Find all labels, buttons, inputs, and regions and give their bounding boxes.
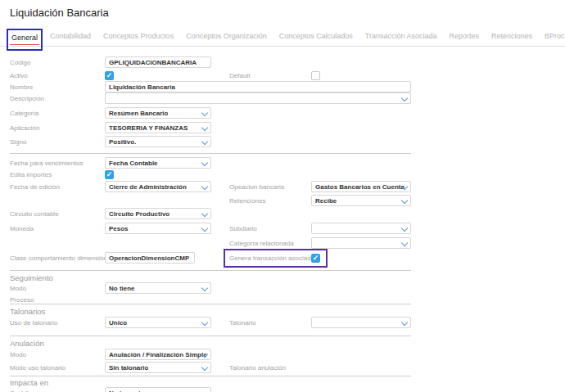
descripcion-label: Descripción xyxy=(10,95,105,102)
subdiario-select[interactable] xyxy=(311,223,411,234)
check-icon: ✓ xyxy=(106,171,113,178)
chevron-down-icon xyxy=(201,225,208,232)
circuito-contable-select[interactable]: Circuito Productivo xyxy=(105,208,211,219)
chevron-down-icon xyxy=(201,183,208,190)
seguimiento-modo-label: Modo xyxy=(10,285,105,292)
genera-transaccion-checkbox[interactable]: ✓ xyxy=(311,254,320,263)
talonario-select[interactable] xyxy=(311,317,411,328)
retenciones-label: Retenciones xyxy=(229,197,311,205)
cashflow-label: Cashflow xyxy=(10,390,105,392)
tab-reportes[interactable]: Reportes xyxy=(449,31,479,42)
chevron-down-icon xyxy=(401,95,408,101)
codigo-label: Código xyxy=(10,59,105,66)
tab-conceptos-organizacion[interactable]: Conceptos Organización xyxy=(186,31,267,42)
retenciones-select[interactable]: Recibe xyxy=(311,195,411,206)
chevron-down-icon xyxy=(401,319,408,326)
tab-transaccion-asociada[interactable]: Transacción Asociada xyxy=(365,31,437,42)
default-checkbox[interactable]: ✓ xyxy=(311,71,320,80)
cashflow-select[interactable]: No impacta xyxy=(105,387,211,392)
uso-talonario-label: Uso de talonario xyxy=(10,319,105,327)
descripcion-select[interactable] xyxy=(105,92,411,104)
talonario-anulacion-label: Talonario anulación xyxy=(229,364,311,372)
divider xyxy=(10,153,411,154)
edita-importes-label: Edita importes xyxy=(10,171,105,178)
chevron-down-icon xyxy=(401,240,408,246)
anulacion-modo-select[interactable]: Anulación / Finalización Simple xyxy=(105,349,211,360)
nombre-label: Nombre xyxy=(10,83,105,91)
signo-select[interactable]: Positivo. xyxy=(105,136,211,147)
chevron-down-icon xyxy=(401,197,408,204)
tab-retenciones[interactable]: Retenciones xyxy=(491,31,532,42)
tab-contabilidad[interactable]: Contabilidad xyxy=(50,31,91,42)
fecha-vencimientos-label: Fecha para vencimientos xyxy=(10,160,105,167)
edita-importes-checkbox[interactable]: ✓ xyxy=(105,170,114,179)
operacion-bancaria-label: Opeacion bancaria xyxy=(229,183,311,191)
section-title-talonarios: Talonarios xyxy=(10,307,565,316)
aplicacion-label: Aplicación xyxy=(10,124,105,132)
uso-talonario-select[interactable]: Unico xyxy=(105,317,211,328)
divider xyxy=(10,270,411,271)
tab-general[interactable]: General xyxy=(11,34,38,42)
modo-uso-talonario-select[interactable]: Sin talonario xyxy=(105,362,211,373)
proceso-label: Proceso xyxy=(10,296,105,304)
subdiario-label: Subdiario xyxy=(229,225,311,232)
codigo-input[interactable]: GPLIQUIDACIONBANCARIA xyxy=(105,56,211,68)
clase-comportamiento-input[interactable]: OperacionDimensionCMP xyxy=(105,252,195,264)
chevron-down-icon xyxy=(201,124,208,131)
tab-conceptos-calculados[interactable]: Conceptos Calculados xyxy=(279,31,353,42)
chevron-down-icon xyxy=(201,160,208,166)
fecha-vencimientos-select[interactable]: Fecha Contable xyxy=(105,157,211,169)
annotation-box-genera-transaccion: Genera transacción asociada ✓ xyxy=(224,249,328,268)
categoria-select[interactable]: Resúmen Bancario xyxy=(105,107,211,119)
aplicacion-select[interactable]: TESORERIA Y FINANZAS xyxy=(105,122,211,133)
seguimiento-modo-select[interactable]: No tiene xyxy=(105,282,211,294)
check-icon: ✓ xyxy=(106,72,113,79)
activo-checkbox[interactable]: ✓ xyxy=(105,71,114,80)
chevron-down-icon xyxy=(201,138,208,145)
fecha-edicion-select[interactable]: Cierre de Administración xyxy=(105,181,211,192)
chevron-down-icon xyxy=(201,210,208,217)
talonario-label: Talonario xyxy=(229,319,311,327)
categoria-relacionada-select[interactable] xyxy=(311,237,411,249)
modo-uso-talonario-label: Modo uso talonario xyxy=(10,364,105,372)
chevron-down-icon xyxy=(201,110,208,116)
tab-bproc[interactable]: BProc xyxy=(545,31,565,42)
section-title-impacta-en: Impacta en xyxy=(10,378,565,387)
chevron-down-icon xyxy=(201,285,208,291)
section-title-seguimiento: Seguimiento xyxy=(10,273,565,282)
genera-transaccion-label: Genera transacción asociada xyxy=(229,255,311,262)
page-title: Liquidación Bancaria xyxy=(10,7,565,20)
clase-comportamiento-label: Clase comportamiento dimensión xyxy=(10,255,105,262)
categoria-label: Categoría xyxy=(10,110,105,117)
annotation-box-general-tab: General xyxy=(7,29,43,51)
circuito-contable-label: Circuito contable xyxy=(10,210,105,218)
moneda-select[interactable]: Pesos xyxy=(105,223,211,234)
tab-bar: General Contabilidad Conceptos Productos… xyxy=(0,31,565,47)
check-icon: ✓ xyxy=(313,255,319,262)
chevron-down-icon xyxy=(401,225,408,232)
chevron-down-icon xyxy=(201,364,208,371)
moneda-label: Moneda xyxy=(10,225,105,232)
nombre-input[interactable]: Liquidación Bancaria xyxy=(105,81,411,92)
tab-conceptos-productos[interactable]: Conceptos Productos xyxy=(103,31,174,42)
divider xyxy=(10,376,411,376)
signo-label: Signo xyxy=(10,138,105,146)
default-label: Default xyxy=(229,72,311,79)
section-title-anulacion: Anulación xyxy=(10,339,565,348)
operacion-bancaria-select[interactable]: Gastos Bancarios en Cuenta xyxy=(311,181,411,192)
fecha-edicion-label: Fecha de edición xyxy=(10,183,105,191)
categoria-relacionada-label: Categoría relacionada xyxy=(229,240,311,247)
anulacion-modo-label: Modo xyxy=(10,351,105,358)
divider xyxy=(10,336,411,336)
divider xyxy=(10,304,411,304)
activo-label: Activo xyxy=(10,72,105,79)
chevron-down-icon xyxy=(201,319,208,326)
